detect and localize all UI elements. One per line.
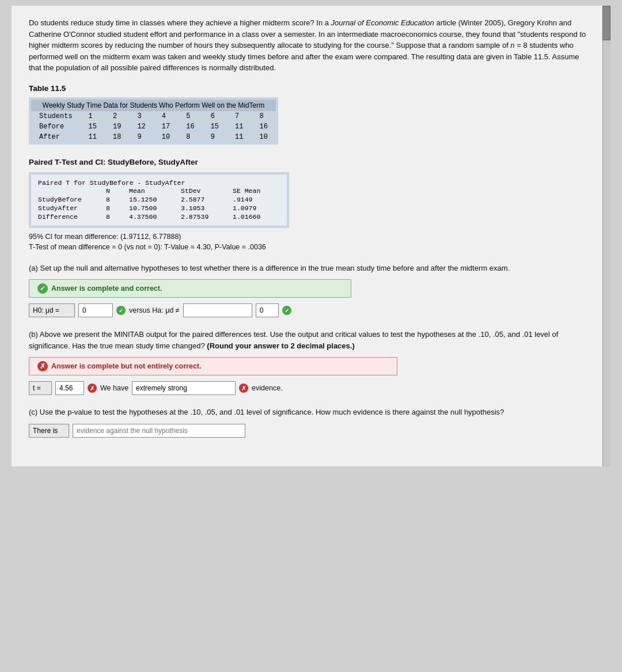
difference-label: Difference: [38, 212, 101, 221]
studyafter-n: 8: [101, 204, 124, 212]
students-label: Students: [31, 111, 81, 122]
h0-value-input[interactable]: [78, 303, 113, 317]
header-se-mean: SE Mean: [228, 187, 280, 195]
part-c-section: (c) Use the p-value to test the hypothes…: [29, 407, 593, 438]
studybefore-se: .9149: [228, 195, 280, 204]
versus-label: versus Ha: μd ≠: [129, 306, 180, 314]
t-value-display: 4.56: [55, 381, 84, 395]
student-1: 1: [81, 111, 105, 122]
paired-ttest-section: Paired T-Test and CI: StudyBefore, Study…: [29, 158, 593, 251]
part-b-answer-status-box: ✗ Answer is complete but not entirely co…: [29, 357, 397, 375]
strength-x-icon: ✗: [239, 384, 248, 393]
scrollbar-thumb[interactable]: [602, 6, 610, 40]
minitab-header-row: N Mean StDev SE Mean: [38, 187, 280, 195]
ttest-text: T-Test of mean difference = 0 (vs not = …: [29, 243, 593, 251]
ha-check-icon: ✓: [282, 306, 291, 315]
minitab-output-box: Paired T for StudyBefore - StudyAfter N …: [29, 172, 289, 228]
studyafter-mean: 10.7500: [124, 204, 176, 212]
student-7: 7: [227, 111, 251, 122]
table-wrapper: Weekly Study Time Data for Students Who …: [29, 97, 278, 145]
check-icon-a: ✓: [37, 283, 48, 294]
studybefore-label: StudyBefore: [38, 195, 101, 204]
minitab-title: Paired T for StudyBefore - StudyAfter: [38, 179, 280, 187]
header-empty: [38, 187, 101, 195]
scrollbar[interactable]: [602, 6, 610, 466]
before-row: Before 15 19 12 17 16 15 11 16: [31, 122, 276, 132]
studyafter-label: StudyAfter: [38, 204, 101, 212]
part-b-input-row: t = 4.56 ✗ We have ✗ evidence.: [29, 381, 593, 395]
minitab-table: N Mean StDev SE Mean StudyBefore 8 15.12…: [38, 187, 280, 221]
journal-title: Journal of Economic Education: [331, 18, 434, 27]
studybefore-stdev: 2.5877: [176, 195, 228, 204]
table-title: Table 11.5: [29, 84, 593, 93]
table-caption: Weekly Study Time Data for Students Who …: [31, 100, 276, 111]
evidence-label-b: evidence.: [252, 384, 283, 392]
ha-value-display: 0: [256, 303, 279, 317]
student-5: 5: [178, 111, 202, 122]
there-is-label: There is: [29, 424, 69, 438]
before-label: Before: [31, 122, 81, 132]
ci-text: 95% CI for mean difference: (1.97112, 6.…: [29, 233, 593, 241]
part-b-question-bold: (Round your answer to 2 decimal places.): [207, 341, 354, 350]
minitab-difference-row: Difference 8 4.37500 2.87539 1.01660: [38, 212, 280, 221]
x-icon-b: ✗: [37, 361, 48, 371]
part-a-question: (a) Set up the null and alternative hypo…: [29, 263, 593, 274]
strength-input[interactable]: [132, 381, 236, 395]
part-a-answer-status-box: ✓ Answer is complete and correct.: [29, 279, 351, 298]
after-label: After: [31, 132, 81, 142]
part-a-input-row: H0: μd = ✓ versus Ha: μd ≠ 0 ✓: [29, 303, 593, 317]
student-8: 8: [251, 111, 275, 122]
t-label-box: t =: [29, 381, 52, 395]
part-c-question: (c) Use the p-value to test the hypothes…: [29, 407, 593, 418]
minitab-inner: Paired T for StudyBefore - StudyAfter N …: [31, 174, 287, 226]
part-a-section: (a) Set up the null and alternative hypo…: [29, 263, 593, 318]
studyafter-se: 1.0979: [228, 204, 280, 212]
main-page: Do students reduce study time in classes…: [12, 6, 610, 466]
h0-check-icon: ✓: [116, 306, 126, 315]
paired-section-title: Paired T-Test and CI: StudyBefore, Study…: [29, 158, 593, 166]
studyafter-stdev: 3.1053: [176, 204, 228, 212]
student-2: 2: [105, 111, 129, 122]
students-row: Students 1 2 3 4 5 6 7 8: [31, 111, 276, 122]
student-6: 6: [203, 111, 227, 122]
part-c-input-row: There is: [29, 424, 593, 438]
study-data-table: Weekly Study Time Data for Students Who …: [31, 100, 276, 142]
header-stdev: StDev: [176, 187, 228, 195]
evidence-input[interactable]: [73, 424, 245, 438]
header-mean: Mean: [124, 187, 176, 195]
h0-label-box: H0: μd =: [29, 303, 75, 317]
part-b-question: (b) Above we present the MINITAB output …: [29, 329, 593, 351]
difference-n: 8: [101, 212, 124, 221]
difference-se: 1.01660: [228, 212, 280, 221]
minitab-studyafter-row: StudyAfter 8 10.7500 3.1053 1.0979: [38, 204, 280, 212]
student-4: 4: [154, 111, 178, 122]
minitab-studybefore-row: StudyBefore 8 15.1250 2.5877 .9149: [38, 195, 280, 204]
we-have-label: We have: [100, 384, 128, 392]
student-3: 3: [129, 111, 153, 122]
after-row: After 11 18 9 10 8 9 11 10: [31, 132, 276, 142]
difference-stdev: 2.87539: [176, 212, 228, 221]
table-caption-row: Weekly Study Time Data for Students Who …: [31, 100, 276, 111]
part-b-section: (b) Above we present the MINITAB output …: [29, 329, 593, 395]
t-x-icon: ✗: [88, 384, 97, 393]
difference-mean: 4.37500: [124, 212, 176, 221]
part-b-answer-status: Answer is complete but not entirely corr…: [51, 362, 201, 370]
intro-paragraph: Do students reduce study time in classes…: [29, 17, 593, 74]
header-n: N: [101, 187, 124, 195]
ha-value-input[interactable]: [183, 303, 252, 317]
studybefore-n: 8: [101, 195, 124, 204]
part-a-answer-status: Answer is complete and correct.: [51, 284, 162, 293]
studybefore-mean: 15.1250: [124, 195, 176, 204]
